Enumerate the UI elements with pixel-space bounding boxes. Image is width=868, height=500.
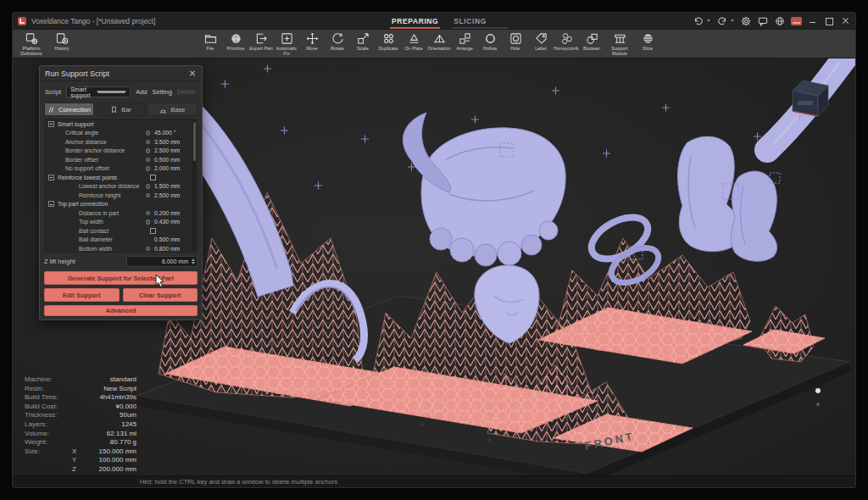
- stat-row: Layers:1245: [25, 420, 136, 430]
- parameter-list: Smart support Critical angle45.000 ° Anc…: [44, 119, 198, 253]
- mouse-cursor: [155, 274, 165, 288]
- window-title: Voxeldance Tango - [*Unsaved project]: [31, 17, 155, 25]
- toolbar-move[interactable]: Move: [299, 31, 325, 56]
- advanced-button[interactable]: Advanced: [44, 305, 198, 316]
- maximize-button[interactable]: [824, 16, 834, 26]
- delete-script-button[interactable]: Delete: [177, 88, 196, 96]
- settings-gear-icon[interactable]: [740, 15, 751, 26]
- stat-row: Size:X150.000 mm: [25, 447, 136, 457]
- file-icon: [204, 32, 217, 45]
- toolbar-rotate[interactable]: Rotate: [325, 31, 350, 56]
- collapse-icon[interactable]: [48, 175, 54, 181]
- hollow-icon: [484, 32, 497, 45]
- param-row: Reinforce height2.500 mm: [45, 191, 197, 200]
- probe-icon[interactable]: [146, 148, 151, 153]
- bar-icon: [110, 106, 118, 114]
- toolbar-hole[interactable]: Hole: [503, 31, 528, 56]
- toolbar-on-plate[interactable]: On Plate: [401, 31, 426, 56]
- toolbar-automatic-fix[interactable]: Automatic Fix: [274, 31, 299, 56]
- primitive-sphere-icon: [230, 32, 242, 45]
- model-part-torso: [403, 113, 565, 266]
- toolbar-support-module[interactable]: Support Module: [604, 31, 635, 56]
- param-row: Critical angle45.000 °: [45, 129, 197, 138]
- toolbar-file[interactable]: File: [198, 31, 223, 56]
- group-row: Reinforce lowest points: [45, 173, 197, 182]
- tab-preparing[interactable]: PREPARING: [392, 13, 438, 30]
- toolbar-label[interactable]: Label: [528, 31, 554, 56]
- tab-bar[interactable]: Bar: [96, 103, 146, 116]
- stat-row: Thickness:50um: [25, 411, 136, 420]
- toolbar-orientation[interactable]: Orientation: [426, 31, 452, 56]
- toolbar-duplicate[interactable]: Duplicate: [376, 31, 401, 56]
- checkbox[interactable]: [150, 175, 156, 181]
- view-indicator-dots[interactable]: [815, 388, 821, 406]
- spinner-icon[interactable]: [192, 258, 195, 265]
- toolbar-scale[interactable]: Scale: [350, 31, 376, 56]
- checkbox[interactable]: [150, 228, 156, 234]
- tab-base[interactable]: Base: [147, 103, 198, 116]
- view-cube[interactable]: [793, 81, 828, 116]
- toolbar-export-part[interactable]: Export Part: [248, 31, 274, 56]
- arrange-icon: [459, 32, 471, 45]
- probe-icon[interactable]: [146, 131, 151, 136]
- toolbar-left-group: Platform Definitions History: [16, 31, 77, 56]
- scrollbar[interactable]: [192, 120, 196, 251]
- param-row: No support offset2.000 mm: [45, 164, 197, 174]
- probe-icon[interactable]: [146, 219, 151, 225]
- toolbar-primitive[interactable]: Primitive: [223, 31, 248, 56]
- probe-icon[interactable]: [146, 184, 151, 189]
- setting-button[interactable]: Setting: [153, 88, 172, 96]
- boolean-icon: [586, 32, 598, 45]
- script-select[interactable]: Smart support: [66, 86, 131, 97]
- feedback-icon[interactable]: [757, 15, 768, 26]
- main-toolbar: Platform Definitions History File Primit…: [13, 30, 855, 58]
- redo-dropdown-icon[interactable]: [731, 19, 734, 22]
- redo-icon[interactable]: [716, 15, 727, 26]
- platform-definitions-icon: [25, 32, 38, 45]
- dialog-header[interactable]: Run Support Script: [40, 66, 202, 81]
- z-lift-input[interactable]: 6.000 mm: [126, 256, 198, 267]
- toolbar-platform-definitions[interactable]: Platform Definitions: [16, 31, 47, 56]
- history-icon: [56, 32, 69, 45]
- toolbar-main-group: File Primitive Export Part Automatic Fix…: [198, 31, 660, 56]
- tab-connection[interactable]: Connection: [44, 103, 94, 116]
- generate-support-button[interactable]: Generate Support for Selected Part: [44, 271, 198, 285]
- license-screen-icon[interactable]: [791, 17, 802, 25]
- undo-icon[interactable]: [693, 15, 704, 26]
- collapse-icon[interactable]: [48, 201, 54, 207]
- probe-icon[interactable]: [146, 158, 151, 163]
- undo-dropdown-icon[interactable]: [707, 19, 710, 22]
- probe-icon[interactable]: [146, 140, 151, 145]
- param-row: Top width0.430 mm: [45, 218, 197, 227]
- edit-support-button[interactable]: Edit Support: [44, 288, 120, 302]
- scrollbar-thumb[interactable]: [193, 122, 196, 161]
- toolbar-hollow[interactable]: Hollow: [477, 31, 503, 56]
- dialog-buttons: Generate Support for Selected Part Edit …: [40, 269, 202, 316]
- param-row: Border offset0.500 mm: [45, 155, 197, 164]
- chevron-down-icon: [97, 91, 126, 93]
- build-stats: Machine:standard Resin:New Script Build …: [25, 375, 136, 475]
- language-globe-icon[interactable]: [774, 15, 785, 26]
- probe-icon[interactable]: [146, 247, 151, 252]
- param-row: Lowest anchor distance1.500 mm: [45, 182, 197, 192]
- minimize-button[interactable]: [808, 16, 818, 26]
- dialog-close-icon[interactable]: [188, 69, 197, 78]
- toolbar-arrange[interactable]: Arrange: [452, 31, 477, 56]
- close-button[interactable]: [840, 16, 850, 26]
- toolbar-honeycomb[interactable]: Honeycomb: [554, 31, 579, 56]
- tab-slicing[interactable]: SLICING: [453, 13, 487, 30]
- toolbar-boolean[interactable]: Boolean: [579, 31, 604, 56]
- dialog-title: Run Support Script: [45, 69, 109, 78]
- clear-support-button[interactable]: Clear Support: [123, 288, 198, 302]
- probe-icon[interactable]: [146, 166, 151, 171]
- title-bar: Voxeldance Tango - [*Unsaved project] PR…: [13, 13, 855, 30]
- collapse-icon[interactable]: [48, 121, 54, 127]
- probe-icon[interactable]: [146, 211, 151, 216]
- add-script-button[interactable]: Add: [136, 88, 147, 96]
- toolbar-history[interactable]: History: [47, 31, 77, 56]
- param-row: Bottom width0.800 mm: [45, 244, 197, 253]
- param-row: Anchor distance3.500 mm: [45, 137, 197, 147]
- honeycomb-icon: [560, 32, 573, 45]
- toolbar-slice[interactable]: Slice: [635, 31, 660, 56]
- probe-icon[interactable]: [146, 193, 151, 198]
